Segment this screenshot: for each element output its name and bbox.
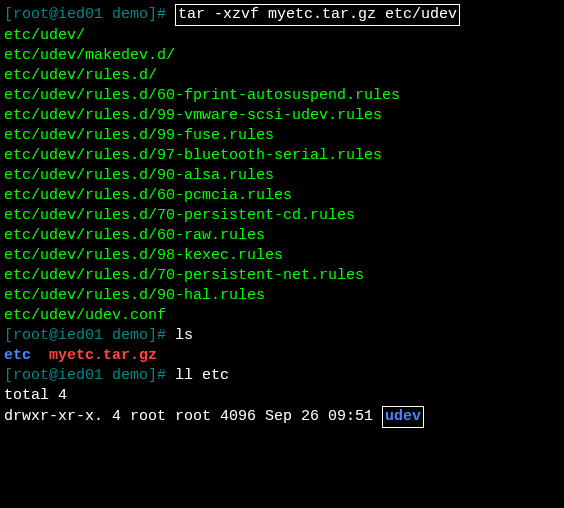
- tar-output-line: etc/udev/rules.d/99-fuse.rules: [4, 126, 560, 146]
- ls-output-line: etc myetc.tar.gz: [4, 346, 560, 366]
- ls-sep: [31, 347, 49, 364]
- ll-dir-boxed: udev: [382, 406, 424, 428]
- tar-output-line: etc/udev/rules.d/70-persistent-net.rules: [4, 266, 560, 286]
- tar-output-line: etc/udev/rules.d/97-bluetooth-serial.rul…: [4, 146, 560, 166]
- tar-output-line: etc/udev/makedev.d/: [4, 46, 560, 66]
- tar-output-line: etc/udev/rules.d/99-vmware-scsi-udev.rul…: [4, 106, 560, 126]
- tar-output-line: etc/udev/rules.d/60-pcmcia.rules: [4, 186, 560, 206]
- prompt-line-3: [root@ied01 demo]# ll etc: [4, 366, 560, 386]
- tar-output-line: etc/udev/rules.d/90-alsa.rules: [4, 166, 560, 186]
- tar-output-line: etc/udev/rules.d/60-raw.rules: [4, 226, 560, 246]
- ll-command: ll etc: [175, 367, 229, 384]
- prompt-userhost: [root@ied01 demo]#: [4, 6, 175, 23]
- tar-output-line: etc/udev/rules.d/90-hal.rules: [4, 286, 560, 306]
- ls-file: myetc.tar.gz: [49, 347, 157, 364]
- ls-command: ls: [175, 327, 193, 344]
- ll-total-line: total 4: [4, 386, 560, 406]
- prompt-line-2: [root@ied01 demo]# ls: [4, 326, 560, 346]
- tar-output-line: etc/udev/rules.d/60-fprint-autosuspend.r…: [4, 86, 560, 106]
- tar-output-line: etc/udev/rules.d/70-persistent-cd.rules: [4, 206, 560, 226]
- ll-entry-line: drwxr-xr-x. 4 root root 4096 Sep 26 09:5…: [4, 406, 560, 428]
- tar-output-line: etc/udev/rules.d/: [4, 66, 560, 86]
- prompt-userhost: [root@ied01 demo]#: [4, 327, 175, 344]
- prompt-line-1: [root@ied01 demo]# tar -xzvf myetc.tar.g…: [4, 4, 560, 26]
- ll-perm: drwxr-xr-x. 4 root root 4096 Sep 26 09:5…: [4, 408, 382, 425]
- tar-command-boxed: tar -xzvf myetc.tar.gz etc/udev: [175, 4, 460, 26]
- tar-output-line: etc/udev/udev.conf: [4, 306, 560, 326]
- ls-dir: etc: [4, 347, 31, 364]
- tar-output-line: etc/udev/rules.d/98-kexec.rules: [4, 246, 560, 266]
- tar-output-line: etc/udev/: [4, 26, 560, 46]
- prompt-userhost: [root@ied01 demo]#: [4, 367, 175, 384]
